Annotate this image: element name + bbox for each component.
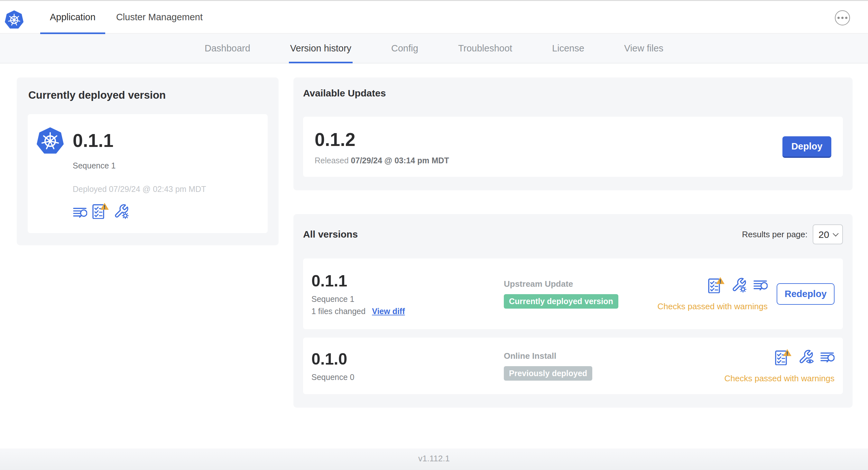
currently-deployed-panel: Currently deployed version 0.1.1 Sequenc… [17, 77, 279, 245]
edit-config-icon[interactable] [114, 203, 129, 219]
currently-deployed-title: Currently deployed version [28, 89, 268, 101]
subnav-item-troubleshoot[interactable]: Troubleshoot [438, 33, 532, 63]
released-date: 07/29/24 @ 03:14 pm MDT [351, 156, 449, 165]
results-per-page-select-wrap: 20 [813, 224, 843, 244]
subnav-item-dashboard[interactable]: Dashboard [185, 33, 270, 63]
subnav-version-history-label: Version history [290, 43, 351, 54]
row-sequence: Sequence 0 [311, 373, 504, 382]
results-per-page-label: Results per page: [742, 230, 808, 239]
row-sequence: Sequence 1 [311, 295, 504, 304]
preflight-status-text: Checks passed with warnings [724, 374, 835, 383]
tab-cluster-management[interactable]: Cluster Management [106, 1, 213, 33]
released-label: Released [315, 156, 349, 165]
available-updates-panel: Available Updates 0.1.2 Released 07/29/2… [293, 77, 852, 190]
all-versions-title: All versions [303, 229, 358, 240]
preflight-status-text: Checks passed with warnings [658, 302, 768, 311]
subnav-item-view-files[interactable]: View files [604, 33, 683, 63]
deployed-version-actions [73, 202, 206, 219]
subnav-troubleshoot-label: Troubleshoot [458, 43, 512, 54]
preflight-checks-warning-icon[interactable] [92, 202, 109, 219]
release-notes-icon[interactable] [820, 350, 835, 364]
kubernetes-logo-icon [5, 10, 24, 30]
row-version-actions [708, 276, 768, 293]
all-versions-panel: All versions Results per page: 20 0.1.1 … [293, 214, 852, 408]
page-footer: v1.112.1 [0, 448, 868, 470]
console-version: v1.112.1 [418, 454, 450, 464]
row-source: Online Install [504, 351, 724, 361]
main-content: Currently deployed version 0.1.1 Sequenc… [0, 63, 868, 448]
release-notes-icon[interactable] [753, 278, 768, 292]
currently-deployed-card: 0.1.1 Sequence 1 Deployed 07/29/24 @ 02:… [28, 114, 268, 233]
preflight-checks-warning-icon[interactable] [774, 348, 792, 365]
tab-application-label: Application [50, 12, 96, 23]
edit-config-icon[interactable] [731, 277, 747, 293]
row-files-changed: 1 files changed [311, 307, 366, 316]
status-badge: Currently deployed version [504, 294, 618, 309]
version-row: 0.1.0 Sequence 0 Online Install Previous… [303, 338, 843, 394]
deployed-version-number: 0.1.1 [73, 126, 206, 155]
available-updates-title: Available Updates [303, 88, 843, 99]
available-update-card: 0.1.2 Released 07/29/24 @ 03:14 pm MDT D… [303, 117, 843, 177]
view-config-icon[interactable] [798, 349, 814, 365]
subnav-view-files-label: View files [624, 43, 663, 54]
view-diff-link[interactable]: View diff [372, 307, 405, 316]
redeploy-button[interactable]: Redeploy [777, 283, 835, 305]
subnav-item-version-history[interactable]: Version history [270, 33, 371, 63]
tab-application[interactable]: Application [39, 1, 106, 33]
subnav-config-label: Config [391, 43, 418, 54]
release-notes-icon[interactable] [73, 205, 87, 219]
top-bar: Application Cluster Management [0, 0, 868, 33]
preflight-checks-warning-icon[interactable] [708, 276, 725, 293]
status-badge: Previously deployed [504, 366, 592, 381]
ellipsis-menu-icon[interactable] [835, 10, 850, 25]
results-per-page-select[interactable]: 20 [813, 224, 843, 244]
update-version-number: 0.1.2 [315, 129, 449, 150]
deploy-button[interactable]: Deploy [782, 136, 831, 158]
subnav-dashboard-label: Dashboard [205, 43, 250, 54]
top-tabs: Application Cluster Management [39, 1, 213, 33]
deployed-timestamp: Deployed 07/29/24 @ 02:43 pm MDT [73, 184, 206, 194]
row-version-number: 0.1.1 [311, 272, 504, 290]
update-released-timestamp: Released 07/29/24 @ 03:14 pm MDT [315, 156, 449, 165]
row-version-actions [774, 348, 835, 365]
app-subnav: Dashboard Version history Config Trouble… [0, 33, 868, 63]
row-source: Upstream Update [504, 279, 658, 289]
subnav-item-config[interactable]: Config [371, 33, 438, 63]
tab-cluster-management-label: Cluster Management [116, 12, 203, 23]
row-version-number: 0.1.0 [311, 350, 504, 368]
subnav-item-license[interactable]: License [532, 33, 604, 63]
kubernetes-app-icon [37, 127, 64, 155]
deployed-sequence: Sequence 1 [73, 161, 206, 170]
subnav-license-label: License [552, 43, 584, 54]
version-row: 0.1.1 Sequence 1 1 files changed View di… [303, 259, 843, 329]
